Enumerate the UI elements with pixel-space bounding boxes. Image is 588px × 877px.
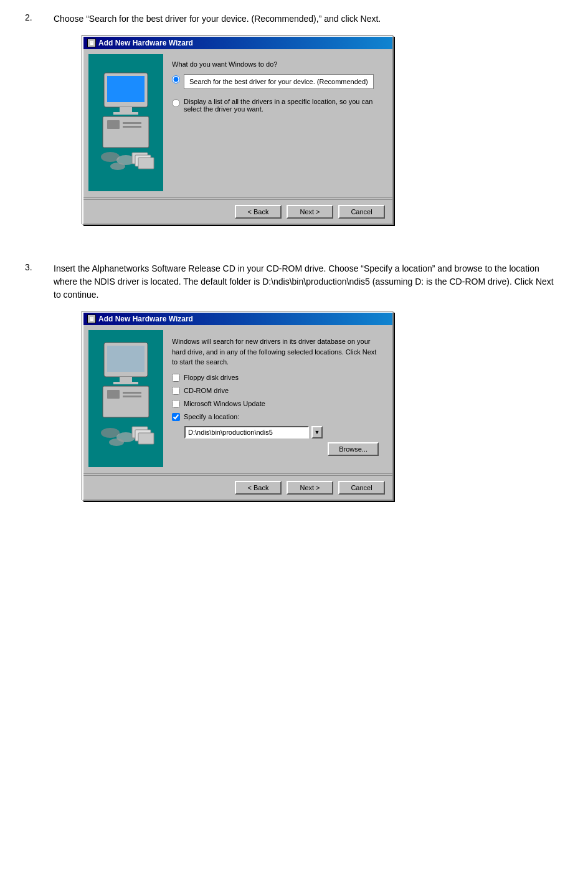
step-3-text: Insert the Alphanetworks Software Releas… xyxy=(54,262,563,301)
svg-rect-27 xyxy=(138,433,154,444)
radio-item-0[interactable]: Search for the best driver for your devi… xyxy=(172,74,379,89)
dialog-2-right: Windows will search for new drivers in i… xyxy=(163,330,387,467)
dialog-1-radio-group: Search for the best driver for your devi… xyxy=(172,74,379,113)
svg-rect-2 xyxy=(120,107,132,112)
dialog-2-next-button[interactable]: Next > xyxy=(287,481,333,495)
checkbox-specify-location[interactable]: Specify a location: xyxy=(172,413,379,421)
svg-rect-1 xyxy=(107,76,145,102)
svg-rect-17 xyxy=(113,382,138,384)
step-2-text: Choose “Search for the best driver for y… xyxy=(54,12,563,26)
svg-rect-13 xyxy=(138,158,154,169)
svg-rect-3 xyxy=(113,112,138,115)
svg-rect-20 xyxy=(123,392,141,394)
dialog-2-icon: 🖥 xyxy=(87,315,96,323)
computer-svg-1 xyxy=(92,60,160,185)
dialog-2: 🖥 Add New Hardware Wizard xyxy=(82,311,394,501)
location-input[interactable] xyxy=(184,426,309,439)
dialog-2-title: Add New Hardware Wizard xyxy=(98,315,193,323)
step-2-dialog-container: 🖥 Add New Hardware Wizard xyxy=(82,36,563,225)
dialog-1-icon: 🖥 xyxy=(87,39,96,47)
checkbox-floppy-input[interactable] xyxy=(172,374,180,382)
checkbox-windows-update-label: Microsoft Windows Update xyxy=(184,400,265,407)
dialog-1-titlebar: 🖥 Add New Hardware Wizard xyxy=(83,37,392,49)
dialog-1-next-button[interactable]: Next > xyxy=(287,205,333,219)
dialog-1: 🖥 Add New Hardware Wizard xyxy=(82,36,394,225)
dialog-1-right: What do you want Windows to do? Search f… xyxy=(163,54,387,191)
step-3: 3. Insert the Alphanetworks Software Rel… xyxy=(25,262,563,501)
radio-search-best-label: Search for the best driver for your devi… xyxy=(184,74,374,89)
dialog-2-illustration xyxy=(88,330,163,467)
checkbox-floppy[interactable]: Floppy disk drives xyxy=(172,374,379,382)
radio-search-best[interactable] xyxy=(172,75,180,83)
checkbox-cdrom-input[interactable] xyxy=(172,387,180,395)
step-3-dialog-container: 🖥 Add New Hardware Wizard xyxy=(82,311,563,501)
dialog-1-question: What do you want Windows to do? xyxy=(172,60,379,68)
dialog-1-separator xyxy=(83,197,392,198)
dialog-2-footer: < Back Next > Cancel xyxy=(83,475,392,500)
svg-rect-5 xyxy=(107,120,120,129)
browse-btn-row: Browse... xyxy=(172,442,379,456)
browse-button[interactable]: Browse... xyxy=(328,442,379,456)
svg-rect-21 xyxy=(123,396,141,397)
dialog-2-body: Windows will search for new drivers in i… xyxy=(83,325,392,472)
dialog-1-body: What do you want Windows to do? Search f… xyxy=(83,49,392,196)
dialog-2-cancel-button[interactable]: Cancel xyxy=(338,481,385,495)
dialog-2-back-button[interactable]: < Back xyxy=(235,481,282,495)
main-content: 2. Choose “Search for the best driver fo… xyxy=(25,12,563,507)
dialog-1-illustration xyxy=(88,54,163,191)
checkbox-windows-update[interactable]: Microsoft Windows Update xyxy=(172,400,379,408)
svg-rect-16 xyxy=(120,377,132,382)
svg-rect-7 xyxy=(123,126,141,128)
dialog-1-cancel-button[interactable]: Cancel xyxy=(338,205,385,219)
checkbox-specify-location-input[interactable] xyxy=(172,413,180,421)
svg-point-10 xyxy=(110,163,125,170)
radio-display-list[interactable] xyxy=(172,99,180,107)
svg-rect-19 xyxy=(107,390,120,399)
checkbox-specify-location-label: Specify a location: xyxy=(184,413,239,420)
location-row: ▼ xyxy=(184,426,379,439)
checkbox-floppy-label: Floppy disk drives xyxy=(184,374,239,381)
dialog-1-back-button[interactable]: < Back xyxy=(235,205,282,219)
step-2-number: 2. xyxy=(25,12,44,225)
svg-rect-6 xyxy=(123,122,141,124)
radio-display-list-label: Display a list of all the drivers in a s… xyxy=(184,98,379,113)
step-3-number: 3. xyxy=(25,262,44,501)
checkbox-cdrom-label: CD-ROM drive xyxy=(184,387,229,394)
dialog-2-description: Windows will search for new drivers in i… xyxy=(172,336,379,367)
svg-point-24 xyxy=(109,439,124,446)
checkbox-cdrom[interactable]: CD-ROM drive xyxy=(172,387,379,395)
dialog-1-title: Add New Hardware Wizard xyxy=(98,39,193,47)
checkbox-windows-update-input[interactable] xyxy=(172,400,180,408)
step-2: 2. Choose “Search for the best driver fo… xyxy=(25,12,563,225)
computer-svg-2 xyxy=(92,330,160,467)
radio-item-1[interactable]: Display a list of all the drivers in a s… xyxy=(172,98,379,113)
dialog-2-separator xyxy=(83,473,392,474)
location-dropdown-btn[interactable]: ▼ xyxy=(311,426,323,439)
dialog-1-footer: < Back Next > Cancel xyxy=(83,199,392,224)
dialog-2-titlebar: 🖥 Add New Hardware Wizard xyxy=(83,313,392,325)
svg-rect-15 xyxy=(107,346,145,372)
